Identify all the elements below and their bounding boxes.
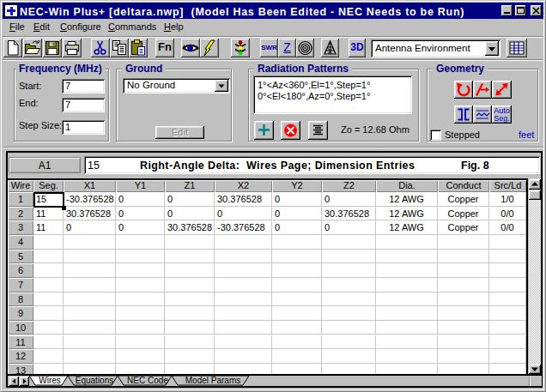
svg-text:Model Params: Model Params xyxy=(185,376,240,385)
svg-text:Equations: Equations xyxy=(76,376,113,385)
svg-text:NEC Code: NEC Code xyxy=(127,376,168,385)
svg-text:Wires: Wires xyxy=(39,376,61,385)
